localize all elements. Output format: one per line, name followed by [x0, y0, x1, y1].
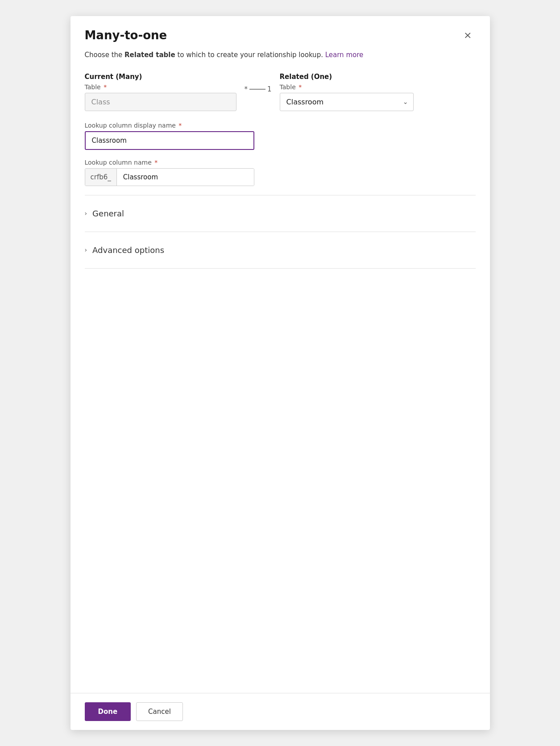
lookup-name-label: Lookup column name * [85, 159, 476, 166]
relation-line [249, 89, 265, 90]
lookup-name-field: Lookup column name * crfb6_ [85, 159, 476, 186]
learn-more-link[interactable]: Learn more [325, 51, 364, 59]
required-star-related: * [297, 83, 302, 91]
general-section: › General [85, 200, 476, 227]
relation-connector: * 1 [236, 85, 280, 93]
divider-2 [85, 232, 476, 232]
lookup-display-label: Lookup column display name * [85, 122, 476, 129]
dialog-body: Current (Many) Table * * 1 Related (One)… [71, 60, 490, 483]
done-button[interactable]: Done [85, 702, 131, 721]
required-star-current: * [102, 83, 107, 91]
lookup-name-wrapper: crfb6_ [85, 168, 254, 186]
current-table-section: Current (Many) Table * [85, 73, 236, 111]
many-to-one-dialog: Many-to-one × Choose the Related table t… [71, 16, 490, 730]
general-section-title: General [92, 209, 124, 218]
subtitle-after: to which to create your relationship loo… [175, 51, 325, 59]
dialog-subtitle: Choose the Related table to which to cre… [71, 42, 490, 60]
divider-3 [85, 268, 476, 269]
current-section-heading: Current (Many) [85, 73, 236, 81]
dialog-footer: Done Cancel [71, 693, 490, 730]
connector-one: 1 [267, 85, 272, 93]
subtitle-text: Choose the [85, 51, 125, 59]
cancel-button[interactable]: Cancel [136, 702, 183, 721]
tables-row: Current (Many) Table * * 1 Related (One)… [85, 73, 476, 111]
required-star-display: * [177, 122, 182, 129]
advanced-section-title: Advanced options [92, 245, 164, 255]
related-table-label: Table * [280, 83, 414, 91]
lookup-name-prefix: crfb6_ [85, 169, 117, 186]
dialog-header: Many-to-one × [71, 16, 490, 42]
related-table-select[interactable]: Classroom Account Contact User [280, 93, 414, 111]
related-table-select-wrapper: Classroom Account Contact User ⌄ [280, 93, 414, 111]
subtitle-bold: Related table [124, 51, 175, 59]
divider-1 [85, 195, 476, 195]
current-table-input [85, 93, 236, 111]
advanced-section: › Advanced options [85, 236, 476, 264]
lookup-display-input[interactable] [85, 131, 254, 150]
advanced-section-header[interactable]: › Advanced options [85, 245, 476, 255]
connector-star: * [245, 85, 248, 93]
lookup-display-field: Lookup column display name * [85, 122, 476, 150]
current-table-label: Table * [85, 83, 236, 91]
required-star-name: * [153, 159, 158, 166]
close-button[interactable]: × [460, 29, 475, 42]
dialog-title: Many-to-one [85, 29, 167, 42]
chevron-right-icon-general: › [85, 210, 87, 217]
general-section-header[interactable]: › General [85, 209, 476, 218]
spacer [71, 483, 490, 693]
related-table-section: Related (One) Table * Classroom Account … [280, 73, 414, 111]
lookup-name-input[interactable] [117, 169, 254, 186]
related-section-heading: Related (One) [280, 73, 414, 81]
chevron-right-icon-advanced: › [85, 246, 87, 253]
